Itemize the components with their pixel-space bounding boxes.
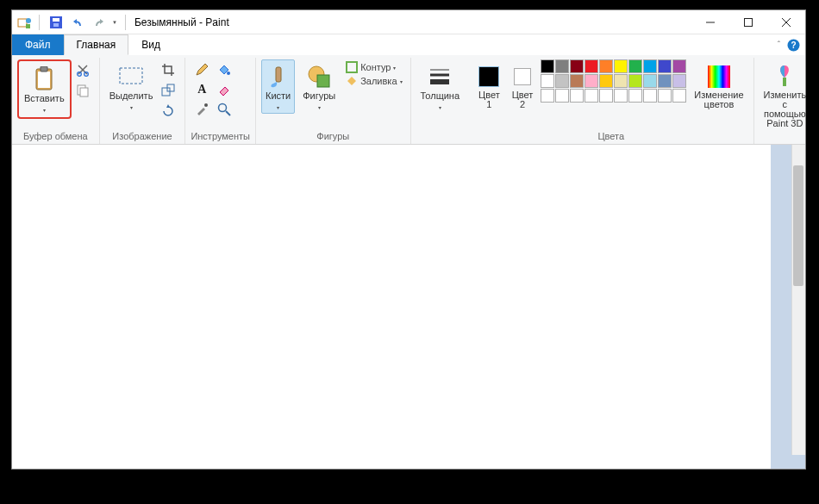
color-swatch[interactable]	[541, 74, 554, 88]
paint-window: ▼ Безымянный - Paint Файл Главная Вид ˆ …	[11, 9, 806, 470]
paint3d-button[interactable]: Изменить с помощью Paint 3D	[760, 59, 811, 129]
collapse-ribbon-icon[interactable]: ˆ	[778, 40, 780, 50]
color-swatch[interactable]	[614, 74, 628, 88]
color-swatch[interactable]	[555, 74, 569, 88]
color-swatch[interactable]	[555, 89, 569, 103]
color-swatch[interactable]	[672, 74, 686, 88]
color-swatch[interactable]	[672, 59, 686, 73]
svg-rect-14	[41, 66, 47, 72]
svg-rect-19	[120, 68, 142, 84]
tab-view[interactable]: Вид	[128, 34, 173, 55]
color-swatch[interactable]	[585, 74, 598, 88]
color1-swatch	[478, 66, 499, 87]
edit-colors-button[interactable]: Изменение цветов	[690, 59, 747, 110]
minimize-button[interactable]	[691, 10, 729, 34]
paste-button[interactable]: Вставить▾	[20, 62, 69, 116]
canvas[interactable]	[12, 145, 771, 469]
group-image: Выделить▾ Изображение	[100, 58, 186, 144]
chevron-down-icon: ▾	[439, 105, 441, 110]
group-size: Толщина▾	[411, 58, 470, 144]
group-label: Фигуры	[261, 129, 405, 144]
color-swatch[interactable]	[643, 74, 657, 88]
shapes-label: Фигуры	[303, 90, 335, 101]
group-colors: Цвет 1 Цвет 2 Изменение цветов Цвета	[469, 58, 753, 144]
group-label: Изображение	[105, 129, 180, 144]
color-swatch[interactable]	[658, 74, 672, 88]
svg-rect-4	[53, 18, 59, 22]
text-icon[interactable]: A	[193, 81, 210, 98]
vertical-scrollbar[interactable]	[791, 145, 805, 455]
copy-icon[interactable]	[74, 82, 91, 99]
color-swatch[interactable]	[599, 89, 613, 103]
color-swatch[interactable]	[599, 59, 613, 73]
paste-label: Вставить	[24, 93, 65, 103]
select-icon	[118, 66, 144, 87]
brushes-label: Кисти	[266, 90, 291, 101]
scrollbar-thumb[interactable]	[793, 165, 803, 286]
group-tools: A Инструменты	[185, 58, 256, 144]
window-controls	[691, 10, 805, 34]
color2-swatch	[514, 68, 531, 85]
resize-icon[interactable]	[159, 82, 177, 99]
redo-icon[interactable]	[91, 14, 108, 31]
size-button[interactable]: Толщина▾	[416, 59, 465, 114]
group-label	[760, 129, 811, 144]
color-swatch[interactable]	[614, 59, 628, 73]
color-swatch[interactable]	[658, 59, 672, 73]
close-button[interactable]	[767, 10, 805, 34]
color-swatch[interactable]	[658, 89, 672, 103]
svg-rect-13	[38, 72, 50, 88]
outline-label: Контур	[360, 62, 391, 72]
color-swatch[interactable]	[628, 59, 642, 73]
color1-button[interactable]: Цвет 1	[474, 59, 504, 110]
color-swatch[interactable]	[555, 59, 569, 73]
undo-icon[interactable]	[69, 14, 86, 31]
group-label: Буфер обмена	[17, 129, 94, 144]
fill-icon[interactable]	[216, 61, 233, 78]
color-swatch[interactable]	[628, 89, 642, 103]
rotate-icon[interactable]	[159, 103, 177, 120]
magnifier-icon[interactable]	[216, 101, 233, 118]
color-swatch[interactable]	[541, 89, 554, 103]
color2-label: Цвет 2	[512, 90, 534, 109]
color-swatch[interactable]	[672, 89, 686, 103]
fill-button[interactable]: Заливка ▾	[346, 75, 402, 87]
svg-rect-7	[745, 18, 753, 26]
outline-button[interactable]: Контур ▾	[346, 61, 402, 73]
tab-home[interactable]: Главная	[64, 34, 129, 55]
titlebar: ▼ Безымянный - Paint	[12, 10, 805, 34]
pencil-icon[interactable]	[193, 61, 210, 78]
color-swatch[interactable]	[570, 89, 584, 103]
eyedropper-icon[interactable]	[193, 101, 210, 118]
tab-file[interactable]: Файл	[12, 34, 64, 55]
color-palette	[541, 59, 686, 103]
crop-icon[interactable]	[159, 61, 177, 78]
qat-dropdown-icon[interactable]: ▼	[112, 20, 117, 25]
maximize-button[interactable]	[729, 10, 767, 34]
cut-icon[interactable]	[74, 61, 91, 78]
shapes-button[interactable]: Фигуры▾	[298, 59, 340, 114]
color-swatch[interactable]	[585, 59, 598, 73]
rainbow-icon	[708, 65, 730, 88]
eraser-icon[interactable]	[216, 81, 233, 98]
color-swatch[interactable]	[643, 89, 657, 103]
svg-point-24	[219, 104, 227, 112]
select-button[interactable]: Выделить▾	[105, 59, 158, 114]
help-icon[interactable]: ?	[787, 39, 800, 52]
color-swatch[interactable]	[643, 59, 657, 73]
color-swatch[interactable]	[585, 89, 598, 103]
group-paint3d: Изменить с помощью Paint 3D	[754, 58, 816, 144]
save-icon[interactable]	[47, 14, 65, 31]
color-swatch[interactable]	[599, 74, 613, 88]
color-swatch[interactable]	[570, 59, 584, 73]
color-swatch[interactable]	[614, 89, 628, 103]
color-swatch[interactable]	[541, 59, 554, 73]
edit-colors-label: Изменение цветов	[694, 90, 743, 109]
color-swatch[interactable]	[570, 74, 584, 88]
separator	[125, 15, 126, 30]
color2-button[interactable]: Цвет 2	[508, 59, 538, 110]
group-shapes: Кисти▾ Фигуры▾ Контур ▾ Заливка ▾ Фигуры	[256, 58, 411, 144]
color-swatch[interactable]	[628, 74, 642, 88]
group-label	[416, 129, 465, 144]
brushes-button[interactable]: Кисти▾	[261, 59, 295, 114]
